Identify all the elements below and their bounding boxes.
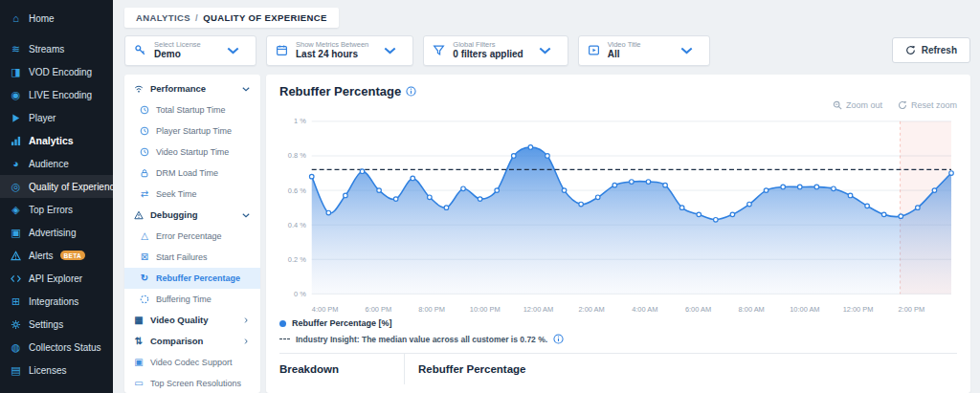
analytics-icon <box>10 135 22 147</box>
sidebar-item-settings[interactable]: Settings <box>0 313 113 336</box>
funnel-icon <box>433 44 445 56</box>
submenu-label: Video Quality <box>150 315 209 325</box>
filter-bar: Select LicenseDemoShow Metrics BetweenLa… <box>124 35 970 66</box>
submenu-item-top-screen-resolutions[interactable]: ▭Top Screen Resolutions <box>124 373 260 393</box>
sidebar-list: ⌂Home≋Streams◨VOD Encoding◉LIVE Encoding… <box>0 7 113 382</box>
lock-icon <box>139 167 150 179</box>
chevron-down-icon <box>212 44 239 56</box>
start-failures-icon: ⊠ <box>139 251 150 263</box>
chevron-right-icon <box>240 315 252 326</box>
advertising-icon: ▣ <box>10 227 22 239</box>
chevron-down-icon <box>240 209 252 221</box>
sidebar-item-label: Home <box>29 13 55 24</box>
submenu-section-comparison[interactable]: ⇅Comparison <box>124 331 260 352</box>
submenu-label: Buffering Time <box>156 295 212 304</box>
sidebar-item-label: Streams <box>29 44 64 55</box>
submenu-item-drm-load-time[interactable]: DRM Load Time <box>124 163 260 184</box>
svg-text:8:00 PM: 8:00 PM <box>418 305 445 314</box>
submenu-label: Start Failures <box>156 252 208 262</box>
submenu-label: Top Screen Resolutions <box>150 379 241 388</box>
filter-video-title[interactable]: Video TitleAll <box>578 35 710 66</box>
clock-icon <box>139 104 150 116</box>
submenu-item-video-startup-time[interactable]: Video Startup Time <box>124 142 260 163</box>
reset-zoom-icon <box>898 100 907 110</box>
svg-text:0.8 %: 0.8 % <box>288 151 306 160</box>
submenu-item-video-codec-support[interactable]: ▣Video Codec Support <box>124 352 260 373</box>
rebuffer-percentage-chart[interactable]: 0 %0.2 %0.4 %0.6 %0.8 %1 %4:00 PM6:00 PM… <box>279 110 957 317</box>
sidebar-item-analytics[interactable]: Analytics <box>0 129 113 152</box>
zoom-out-icon <box>833 100 842 110</box>
insight-info-icon[interactable] <box>553 334 564 344</box>
industry-insight: Industry Insight: The median value acros… <box>279 334 957 344</box>
svg-text:2:00 PM: 2:00 PM <box>898 305 924 314</box>
filter-global-filters[interactable]: Global Filters0 filters applied <box>423 35 568 66</box>
sidebar-item-licenses[interactable]: ▤Licenses <box>0 359 113 382</box>
zoom-out-label: Zoom out <box>846 100 882 110</box>
chart-card: Rebuffer Percentage Zoom out Reset zoom … <box>266 75 970 393</box>
submenu-item-buffering-time[interactable]: Buffering Time <box>124 289 260 310</box>
video-quality-icon: ▦ <box>133 315 145 326</box>
sidebar-item-audience[interactable]: ◕Audience <box>0 152 113 175</box>
sidebar-item-live-encoding[interactable]: ◉LIVE Encoding <box>0 83 113 106</box>
submenu-item-total-startup-time[interactable]: Total Startup Time <box>124 99 260 120</box>
sidebar-item-label: Audience <box>29 159 69 169</box>
license-icon <box>134 44 146 56</box>
filter-show-metrics-between[interactable]: Show Metrics BetweenLast 24 hours <box>266 35 413 66</box>
refresh-button[interactable]: Refresh <box>892 37 970 63</box>
sidebar-item-collectors-status[interactable]: ◍Collectors Status <box>0 336 113 359</box>
sidebar-item-player[interactable]: Player <box>0 106 113 129</box>
submenu-item-seek-time[interactable]: ⇄Seek Time <box>124 184 260 205</box>
error-icon: △ <box>139 230 150 242</box>
sidebar-item-alerts[interactable]: AlertsBETA <box>0 244 113 267</box>
licenses-icon: ▤ <box>10 364 22 377</box>
buffering-icon <box>139 294 150 305</box>
sidebar-item-advertising[interactable]: ▣Advertising <box>0 221 113 244</box>
sidebar-item-quality-of-experience[interactable]: ◎Quality of Experience <box>0 175 113 198</box>
seek-icon: ⇄ <box>139 188 150 200</box>
breadcrumb-bar: ANALYTICS/QUALITY OF EXPERIENCE <box>124 8 970 28</box>
audience-icon: ◕ <box>10 158 22 170</box>
info-icon[interactable] <box>406 86 416 97</box>
content-row: PerformanceTotal Startup TimePlayer Star… <box>124 75 970 393</box>
integrations-icon: ⊞ <box>10 295 22 308</box>
main-area: ANALYTICS/QUALITY OF EXPERIENCE Select L… <box>113 0 980 393</box>
filter-select-license[interactable]: Select LicenseDemo <box>124 35 256 66</box>
app-window: ⌂Home≋Streams◨VOD Encoding◉LIVE Encoding… <box>0 0 980 393</box>
submenu-item-rebuffer-percentage[interactable]: ↻Rebuffer Percentage <box>124 268 260 289</box>
zoom-out-button[interactable]: Zoom out <box>833 100 882 110</box>
submenu-label: Player Startup Time <box>156 126 232 136</box>
submenu-section-video-quality[interactable]: ▦Video Quality <box>124 310 260 331</box>
sidebar-item-label: Quality of Experience <box>29 182 113 192</box>
submenu-label: Video Codec Support <box>150 358 232 367</box>
chart-legend[interactable]: Rebuffer Percentage [%] <box>279 318 957 328</box>
svg-text:8:00 AM: 8:00 AM <box>739 305 765 314</box>
sidebar-item-label: VOD Encoding <box>29 67 92 77</box>
svg-text:12:00 PM: 12:00 PM <box>843 305 874 314</box>
chevron-down-icon <box>240 83 252 95</box>
submenu-section-debugging[interactable]: Debugging <box>124 205 260 226</box>
filter-label: Show Metrics Between <box>296 40 368 49</box>
submenu-item-error-percentage[interactable]: △Error Percentage <box>124 226 260 247</box>
submenu-item-start-failures[interactable]: ⊠Start Failures <box>124 247 260 268</box>
sidebar-item-top-errors[interactable]: ◈Top Errors <box>0 198 113 221</box>
submenu-section-performance[interactable]: Performance <box>124 78 260 99</box>
settings-icon <box>10 318 22 331</box>
sidebar-item-label: Integrations <box>29 296 78 307</box>
sidebar-item-label: Analytics <box>29 135 74 146</box>
svg-text:10:00 AM: 10:00 AM <box>790 305 819 314</box>
sidebar-item-integrations[interactable]: ⊞Integrations <box>0 290 113 313</box>
svg-text:0.6 %: 0.6 % <box>288 186 306 194</box>
sidebar-item-streams[interactable]: ≋Streams <box>0 37 113 60</box>
submenu-item-player-startup-time[interactable]: Player Startup Time <box>124 120 260 142</box>
sidebar-item-api-explorer[interactable]: API Explorer <box>0 267 113 290</box>
metrics-submenu: PerformanceTotal Startup TimePlayer Star… <box>124 75 260 393</box>
submenu-list: PerformanceTotal Startup TimePlayer Star… <box>124 78 260 393</box>
breadcrumb-separator: / <box>195 12 198 23</box>
clock-icon <box>139 125 150 137</box>
sidebar-item-vod-encoding[interactable]: ◨VOD Encoding <box>0 60 113 83</box>
svg-text:0.2 %: 0.2 % <box>288 255 306 264</box>
home-icon: ⌂ <box>10 12 22 25</box>
sidebar-item-home[interactable]: ⌂Home <box>0 7 113 30</box>
reset-zoom-button[interactable]: Reset zoom <box>898 100 957 110</box>
breadcrumb-section[interactable]: ANALYTICS <box>136 12 190 23</box>
